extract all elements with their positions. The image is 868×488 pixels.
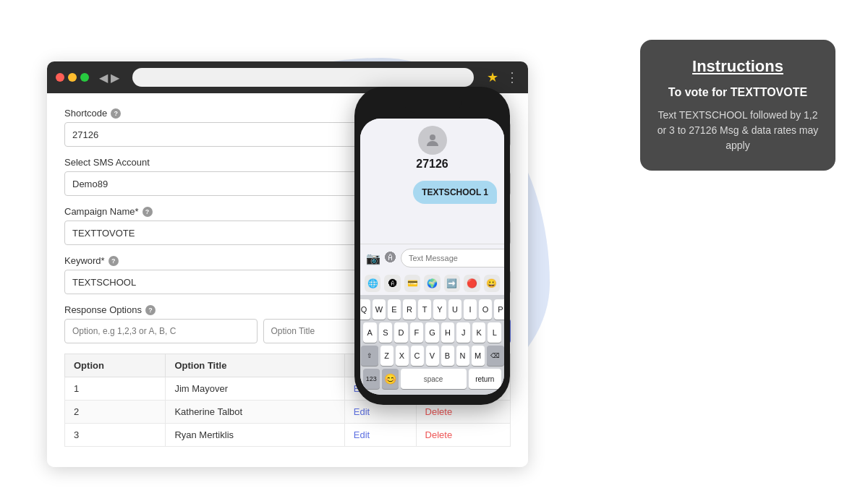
key-d[interactable]: D: [394, 322, 408, 343]
key-a[interactable]: A: [363, 322, 377, 343]
col-option-header: Option: [65, 354, 166, 377]
space-key[interactable]: space: [401, 369, 467, 389]
key-f[interactable]: F: [410, 322, 424, 343]
emoji-key[interactable]: 😊: [382, 369, 399, 389]
browser-dots: [56, 73, 89, 82]
edit-link[interactable]: Edit: [354, 406, 370, 417]
key-b[interactable]: B: [441, 346, 454, 366]
avatar-icon: [418, 126, 447, 155]
key-w[interactable]: W: [373, 299, 386, 320]
col-title-header: Option Title: [166, 354, 344, 377]
option-input[interactable]: [64, 319, 258, 343]
key-j[interactable]: J: [456, 322, 470, 343]
keyboard-bottom-row: 123 😊 space return: [363, 369, 501, 389]
instructions-card: Instructions To vote for TEXTTOVOTE Text…: [640, 40, 835, 171]
dot-yellow[interactable]: [68, 73, 77, 82]
key-s[interactable]: S: [379, 322, 393, 343]
phone-input-bar: 📷 🅐 🎤: [360, 244, 504, 272]
message-bubble: TEXTSCHOOL 1: [413, 181, 497, 204]
phone-notch: [404, 97, 461, 113]
camera-icon[interactable]: 📷: [366, 252, 380, 265]
app-icon-6[interactable]: 🔴: [464, 275, 480, 292]
app-icon-1[interactable]: 🌐: [365, 275, 380, 292]
key-c[interactable]: C: [411, 346, 424, 366]
key-t[interactable]: T: [418, 299, 431, 320]
url-bar[interactable]: [132, 68, 474, 87]
option-cell: 3: [65, 424, 166, 447]
instructions-body: Text TEXTSCHOOL followed by 1,2 or 3 to …: [655, 108, 821, 153]
app-icon-7[interactable]: 😀: [484, 275, 500, 292]
phone-mockup: 27126 TEXTSCHOOL 1 📷 🅐 🎤 🌐 🅐 💳 🌍 ➡️ 🔴 😀: [354, 87, 510, 405]
dot-red[interactable]: [56, 73, 64, 82]
delete-key[interactable]: ⌫: [487, 346, 504, 366]
key-z[interactable]: Z: [380, 346, 393, 366]
app-icon-2[interactable]: 🅐: [384, 275, 400, 292]
apps-icon[interactable]: 🅐: [385, 252, 396, 265]
back-icon[interactable]: ◀: [99, 71, 108, 85]
svg-point-0: [430, 134, 435, 140]
dot-green[interactable]: [80, 73, 89, 82]
key-m[interactable]: M: [472, 346, 485, 366]
phone-header: 27126: [360, 119, 504, 175]
phone-container: 27126 TEXTSCHOOL 1 📷 🅐 🎤 🌐 🅐 💳 🌍 ➡️ 🔴 😀: [354, 87, 510, 405]
response-options-help-icon[interactable]: ?: [145, 305, 156, 315]
phone-screen: 27126 TEXTSCHOOL 1 📷 🅐 🎤 🌐 🅐 💳 🌍 ➡️ 🔴 😀: [360, 119, 504, 395]
return-key[interactable]: return: [469, 369, 502, 389]
keyboard-row-3: ⇧ ZXCVBNM⌫: [363, 346, 501, 366]
campaign-help-icon[interactable]: ?: [142, 207, 153, 217]
app-icon-3[interactable]: 💳: [404, 275, 420, 292]
instructions-heading: To vote for TEXTTOVOTE: [655, 86, 821, 99]
instructions-title: Instructions: [655, 57, 821, 76]
key-o[interactable]: O: [479, 299, 492, 320]
option-cell: 1: [65, 377, 166, 401]
delete-link[interactable]: Delete: [425, 429, 453, 440]
delete-cell: Delete: [416, 424, 510, 447]
delete-link[interactable]: Delete: [425, 406, 453, 417]
key-p[interactable]: P: [494, 299, 504, 320]
phone-number: 27126: [416, 158, 448, 171]
key-k[interactable]: K: [472, 322, 486, 343]
shortcode-help-icon[interactable]: ?: [111, 108, 121, 119]
shift-key[interactable]: ⇧: [361, 346, 378, 366]
keyword-help-icon[interactable]: ?: [109, 256, 119, 266]
key-r[interactable]: R: [403, 299, 416, 320]
key-q[interactable]: Q: [360, 299, 370, 320]
key-l[interactable]: L: [488, 322, 501, 343]
keyboard-row-1: QWERTYUIOP: [363, 299, 501, 320]
title-cell: Jim Mayover: [166, 377, 344, 401]
key-e[interactable]: E: [388, 299, 401, 320]
app-icons-row: 🌐 🅐 💳 🌍 ➡️ 🔴 😀: [360, 272, 504, 295]
bookmark-icon[interactable]: ★: [487, 69, 498, 85]
title-cell: Ryan Mertiklis: [166, 424, 344, 447]
table-row: 3 Ryan Mertiklis Edit Delete: [65, 424, 511, 447]
key-i[interactable]: I: [464, 299, 477, 320]
forward-icon[interactable]: ▶: [111, 71, 119, 85]
option-cell: 2: [65, 401, 166, 424]
edit-cell: Edit: [344, 424, 416, 447]
key-g[interactable]: G: [425, 322, 439, 343]
numbers-key[interactable]: 123: [363, 369, 380, 389]
edit-link[interactable]: Edit: [354, 429, 370, 440]
key-h[interactable]: H: [441, 322, 455, 343]
phone-messages: TEXTSCHOOL 1: [360, 175, 504, 244]
key-x[interactable]: X: [396, 346, 409, 366]
key-v[interactable]: V: [426, 346, 439, 366]
key-y[interactable]: Y: [433, 299, 446, 320]
key-u[interactable]: U: [448, 299, 461, 320]
app-icon-5[interactable]: ➡️: [444, 275, 460, 292]
key-n[interactable]: N: [456, 346, 469, 366]
title-cell: Katherine Talbot: [166, 401, 344, 424]
nav-arrows: ◀ ▶: [99, 71, 119, 85]
app-icon-4[interactable]: 🌍: [424, 275, 440, 292]
keyboard-row-2: ASDFGHJKL: [363, 322, 501, 343]
phone-text-input[interactable]: [401, 249, 504, 267]
menu-icon[interactable]: ⋮: [506, 69, 519, 85]
keyboard: QWERTYUIOP ASDFGHJKL ⇧ ZXCVBNM⌫ 123 😊 sp…: [360, 295, 504, 395]
